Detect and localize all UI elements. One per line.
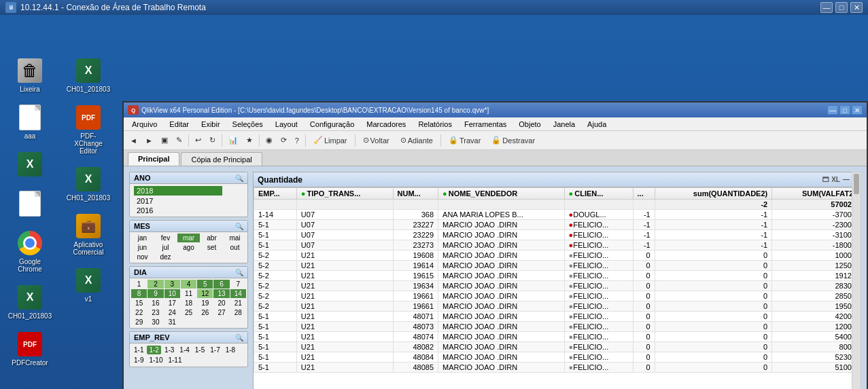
day-28[interactable]: 28	[230, 308, 246, 317]
day-27[interactable]: 27	[213, 308, 229, 317]
menu-objeto[interactable]: Objeto	[513, 119, 546, 130]
table-row[interactable]: 5-2 U21 19615 MARCIO JOAO .DIRN ●FELICIO…	[254, 271, 861, 281]
col-dot[interactable]: ...	[633, 188, 655, 200]
table-row[interactable]: 5-1 U21 48074 MARCIO JOAO .DIRN ●FELICIO…	[254, 332, 861, 342]
toolbar-refresh[interactable]: ⟳	[277, 133, 290, 148]
emp-1-8[interactable]: 1-8	[224, 346, 237, 354]
table-row[interactable]: 5-1 U21 48082 MARCIO JOAO .DIRN ●FELICIO…	[254, 342, 861, 352]
emp-1-9[interactable]: 1-9	[132, 356, 145, 365]
day-30[interactable]: 30	[147, 318, 163, 327]
emp-1-10[interactable]: 1-10	[147, 356, 164, 365]
day-16[interactable]: 16	[147, 299, 163, 308]
toolbar-back[interactable]: ◄	[126, 133, 141, 148]
year-2016[interactable]: 2016	[131, 206, 246, 215]
icon-pdfxchange[interactable]: PDF PDF-XChange Editor	[64, 101, 113, 158]
day-13[interactable]: 13	[213, 289, 229, 298]
day-18[interactable]: 18	[181, 299, 196, 308]
day-21[interactable]: 21	[230, 299, 246, 308]
icon-aaa[interactable]: aaa	[5, 101, 54, 143]
emp-1-7[interactable]: 1-7	[208, 346, 222, 354]
table-row[interactable]: 5-1 U07 23273 MARCIO JOAO .DIRN ●FELICIO…	[254, 240, 861, 251]
tab-principal[interactable]: Principal	[128, 152, 179, 166]
table-row[interactable]: 5-1 U07 23227 MARCIO JOAO .DIRN ●FELICIO…	[254, 220, 861, 230]
icon-ch01-3[interactable]: X CH01_201803	[64, 163, 113, 204]
day-5[interactable]: 5	[197, 280, 213, 289]
day-31[interactable]: 31	[164, 318, 180, 327]
toolbar-adiante[interactable]: ⊙ Adiante	[396, 133, 438, 148]
menu-ferramentas[interactable]: Ferramentas	[459, 119, 512, 130]
emp-1-5[interactable]: 1-5	[193, 346, 207, 354]
day-22[interactable]: 22	[131, 308, 147, 317]
table-row[interactable]: 5-1 U21 48084 MARCIO JOAO .DIRN ●FELICIO…	[254, 352, 861, 363]
table-row[interactable]: 5-2 U21 19634 MARCIO JOAO .DIRN ●FELICIO…	[254, 281, 861, 291]
day-20[interactable]: 20	[213, 299, 229, 308]
month-ago[interactable]: ago	[177, 243, 200, 252]
col-nome-vendedor[interactable]: ●NOME_VENDEDOR	[438, 188, 565, 200]
table-row[interactable]: 5-1 U21 48073 MARCIO JOAO .DIRN ●FELICIO…	[254, 322, 861, 332]
day-3[interactable]: 3	[164, 280, 180, 289]
day-17[interactable]: 17	[164, 299, 180, 308]
table-row[interactable]: 5-2 U21 19661 MARCIO JOAO .DIRN ●FELICIO…	[254, 301, 861, 312]
icon-pdfcreator[interactable]: PDF PDFCreator	[5, 328, 54, 369]
emp-1-11[interactable]: 1-11	[166, 356, 184, 365]
toolbar-travar[interactable]: 🔒 Travar	[444, 133, 485, 148]
emp-1-2[interactable]: 1-2	[147, 346, 160, 354]
dia-search-icon[interactable]: 🔍	[235, 269, 243, 276]
month-fev[interactable]: fev	[154, 234, 177, 242]
toolbar-eye[interactable]: ◉	[262, 133, 276, 148]
rdp-close[interactable]: ✕	[850, 2, 863, 13]
qlik-minimize[interactable]: —	[827, 105, 838, 115]
menu-arquivo[interactable]: Arquivo	[126, 119, 162, 130]
month-set[interactable]: set	[201, 243, 223, 252]
year-2018[interactable]: 2018	[131, 185, 246, 196]
scroll-thumb[interactable]	[854, 174, 859, 194]
menu-layout[interactable]: Layout	[270, 119, 303, 130]
day-1[interactable]: 1	[131, 280, 147, 289]
table-row[interactable]: 5-2 U21 19608 MARCIO JOAO .DIRN ●FELICIO…	[254, 251, 861, 261]
col-cliente[interactable]: ●CLIEN...	[564, 188, 633, 200]
emp-1-4[interactable]: 1-4	[177, 346, 191, 354]
col-num[interactable]: NUM...	[393, 188, 438, 200]
toolbar-doc[interactable]: ▣	[158, 133, 171, 148]
toolbar-redo[interactable]: ↻	[206, 133, 219, 148]
menu-marcadores[interactable]: Marcadores	[361, 119, 411, 130]
day-7[interactable]: 7	[230, 280, 246, 289]
day-2[interactable]: 2	[147, 280, 163, 289]
table-row[interactable]: 1-14 U07 368 ANA MARIA LOPES B... ●DOUGL…	[254, 210, 861, 220]
ano-search-icon[interactable]: 🔍	[235, 174, 243, 182]
menu-relatorios[interactable]: Relatórios	[413, 119, 457, 130]
day-15[interactable]: 15	[131, 299, 147, 308]
month-abr[interactable]: abr	[201, 234, 223, 242]
day-6[interactable]: 6	[213, 280, 229, 289]
day-9[interactable]: 9	[147, 289, 163, 298]
icon-lixeira[interactable]: Lixeira	[5, 54, 54, 96]
day-14[interactable]: 14	[230, 289, 246, 298]
toolbar-chart[interactable]: 📊	[225, 133, 241, 148]
rdp-minimize[interactable]: —	[820, 2, 833, 13]
day-4[interactable]: 4	[181, 280, 196, 289]
month-jun[interactable]: jun	[131, 243, 154, 252]
month-out[interactable]: out	[224, 243, 246, 252]
qlik-close[interactable]: ✕	[852, 105, 863, 115]
menu-exibir[interactable]: Exibir	[196, 119, 226, 130]
menu-configuracao[interactable]: Configuração	[305, 119, 360, 130]
menu-ajuda[interactable]: Ajuda	[582, 119, 612, 130]
menu-editar[interactable]: Editar	[164, 119, 194, 130]
day-26[interactable]: 26	[197, 308, 213, 317]
month-mar[interactable]: mar	[177, 234, 200, 242]
col-tipo-trans[interactable]: ●TIPO_TRANS...	[296, 188, 393, 200]
menu-janela[interactable]: Janela	[548, 119, 580, 130]
month-dez[interactable]: dez	[154, 253, 177, 261]
emp-1-3[interactable]: 1-3	[162, 346, 176, 354]
col-emp[interactable]: EMP...	[254, 188, 297, 200]
table-row[interactable]: 5-1 U21 48085 MARCIO JOAO .DIRN ●FELICIO…	[254, 363, 861, 373]
year-2017[interactable]: 2017	[131, 196, 246, 206]
emp-rev-search-icon[interactable]: 🔍	[235, 334, 243, 341]
day-19[interactable]: 19	[197, 299, 213, 308]
table-scroll[interactable]: EMP... ●TIPO_TRANS... NUM... ●NOME_VENDE…	[254, 187, 861, 389]
day-10[interactable]: 10	[164, 289, 180, 298]
icon-ch01-2[interactable]: X CH01_201803	[64, 54, 113, 96]
day-12[interactable]: 12	[197, 289, 213, 298]
toolbar-voltar[interactable]: ⊙ Voltar	[358, 133, 394, 148]
month-jan[interactable]: jan	[131, 234, 154, 242]
